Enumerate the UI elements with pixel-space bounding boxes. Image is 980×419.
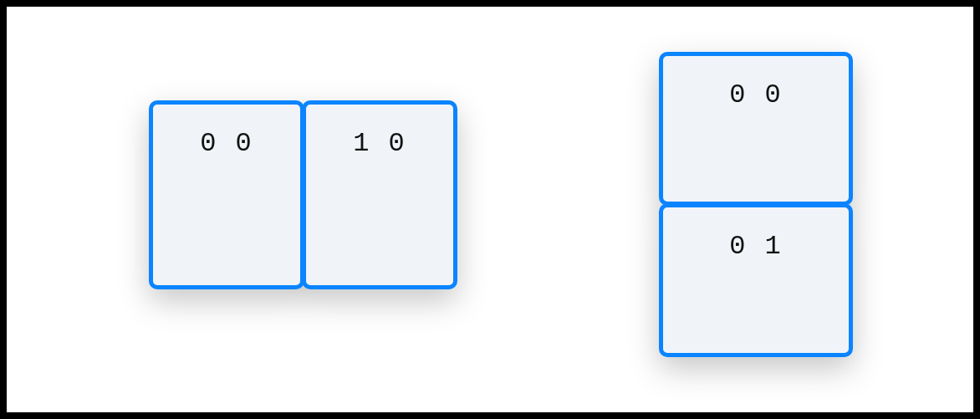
box-group-horizontal: 0 0 1 0 [149, 100, 457, 289]
grid-box: 0 1 [659, 203, 853, 357]
grid-box: 1 0 [302, 100, 457, 289]
grid-box: 0 0 [659, 52, 853, 206]
box-label: 0 0 [200, 128, 253, 159]
box-label: 0 1 [729, 231, 783, 262]
box-label: 1 0 [353, 128, 406, 159]
box-label: 0 0 [729, 79, 783, 110]
diagram-canvas: 0 0 1 0 0 0 0 1 [7, 7, 973, 412]
box-group-vertical: 0 0 0 1 [659, 52, 853, 357]
grid-box: 0 0 [149, 100, 304, 289]
